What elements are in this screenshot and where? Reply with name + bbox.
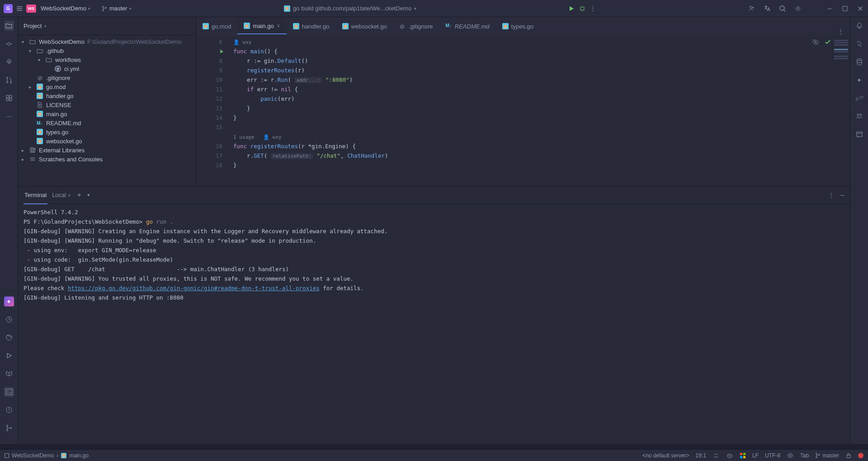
terminal-tool-icon[interactable]: [4, 387, 14, 397]
editor-tab[interactable]: 🐹main.go×: [237, 17, 286, 35]
svg-point-31: [728, 455, 729, 456]
swirl-icon[interactable]: [854, 39, 864, 49]
breadcrumb-file-icon: 🐹: [61, 453, 66, 458]
tree-row[interactable]: ▸Scratches and Consoles: [18, 155, 196, 164]
tree-row[interactable]: ▾WebSocketDemoF:\GolandProjects\WebSocke…: [18, 37, 196, 46]
tree-row[interactable]: 🐹types.go: [18, 127, 196, 136]
editor-tab[interactable]: 🐹websocket.go: [336, 17, 394, 35]
run-button[interactable]: [567, 5, 576, 13]
status-error-icon[interactable]: [858, 453, 863, 458]
profiler-tool-icon[interactable]: [4, 315, 14, 325]
status-branch[interactable]: master: [815, 452, 839, 459]
tree-row[interactable]: ▾workflows: [18, 55, 196, 64]
body-row: ⋯ ✦ Project▾ ▾WebSocketDemoF:\GolandProj…: [0, 17, 868, 444]
tree-row[interactable]: LICENSE: [18, 100, 196, 109]
terminal-options-icon[interactable]: ⋮: [828, 192, 834, 198]
terminal-body[interactable]: PowerShell 7.4.2PS F:\GolandProjects\Web…: [18, 204, 850, 444]
branch-icon: [101, 5, 108, 12]
tree-row[interactable]: ▾.github: [18, 46, 196, 55]
tree-row[interactable]: M↓README.md: [18, 118, 196, 127]
tree-row[interactable]: ▸External Libraries: [18, 146, 196, 155]
editor-tab[interactable]: 🐹handler.go: [287, 17, 336, 35]
settings-icon[interactable]: [794, 5, 802, 13]
chain-icon[interactable]: [854, 93, 864, 103]
svg-rect-14: [6, 99, 9, 101]
structure-tool-icon[interactable]: [4, 57, 14, 67]
inspection-ok-icon[interactable]: [824, 38, 831, 46]
vcs-tool-icon[interactable]: [4, 423, 14, 433]
status-caret-pos[interactable]: 19:1: [696, 452, 706, 459]
status-readonly-icon[interactable]: [787, 452, 794, 459]
main-menu-icon[interactable]: [15, 5, 24, 13]
inspection-eye-icon[interactable]: [811, 38, 820, 46]
todo-tool-icon[interactable]: [4, 369, 14, 379]
tree-row[interactable]: 🐹handler.go: [18, 91, 196, 100]
close-window-icon[interactable]: [856, 5, 864, 13]
people-icon[interactable]: [854, 111, 864, 121]
status-lock-icon[interactable]: [845, 452, 852, 459]
svg-point-6: [797, 7, 799, 9]
commit-tool-icon[interactable]: [4, 39, 14, 49]
status-windows-icon[interactable]: [740, 452, 746, 459]
minimize-window-icon[interactable]: ─: [826, 5, 834, 13]
run-tool-icon[interactable]: [4, 351, 14, 361]
app-icon: G: [4, 4, 13, 13]
project-panel-title[interactable]: Project▾: [24, 23, 47, 29]
maximize-window-icon[interactable]: [841, 5, 849, 13]
terminal-session-tab[interactable]: Local×: [52, 192, 71, 198]
tree-row[interactable]: 🐹main.go: [18, 109, 196, 118]
pullrequests-tool-icon[interactable]: [4, 75, 14, 85]
ai-assistant-icon[interactable]: ✦: [4, 296, 14, 306]
editor-tab[interactable]: M↓README.md: [439, 17, 496, 35]
project-selector[interactable]: WebSocketDemo▾: [39, 4, 92, 13]
project-panel-header: Project▾: [18, 17, 196, 35]
debug-button[interactable]: [578, 5, 586, 13]
services-tool-icon[interactable]: [4, 93, 14, 103]
editor-tab[interactable]: 🐹types.go: [496, 17, 540, 35]
editor-tab[interactable]: ⊘.gitignore: [393, 17, 439, 35]
code-with-me-icon[interactable]: [748, 5, 756, 13]
editor-tab[interactable]: 🐹go.mod: [196, 17, 237, 35]
breadcrumb-file[interactable]: main.go: [69, 452, 89, 459]
project-tool-icon[interactable]: [4, 21, 14, 31]
sparkle-icon[interactable]: ✦: [854, 75, 864, 85]
status-encoding[interactable]: UTF-8: [765, 452, 780, 459]
code-area[interactable]: 67▶89101112131415161718 👤 wxyfunc main()…: [196, 35, 850, 186]
breadcrumb-project[interactable]: WebSocketDemo: [12, 452, 54, 459]
status-line-ending[interactable]: LF: [752, 452, 759, 459]
branch-selector[interactable]: master▾: [99, 4, 133, 13]
http-icon[interactable]: [854, 129, 864, 139]
problems-tool-icon[interactable]: [4, 405, 14, 415]
status-copilot-icon[interactable]: [726, 452, 733, 459]
terminal-tab[interactable]: Terminal: [24, 190, 47, 200]
editor-tabs: 🐹go.mod🐹main.go×🐹handler.go🐹websocket.go…: [196, 17, 850, 35]
run-config-label[interactable]: go build github.com/palp1tate/We...cketD…: [293, 5, 411, 12]
search-icon[interactable]: [778, 5, 787, 13]
status-server[interactable]: <no default server>: [642, 452, 689, 459]
tree-row[interactable]: 🐹websocket.go: [18, 136, 196, 146]
svg-rect-15: [9, 99, 12, 101]
coverage-tool-icon[interactable]: [4, 333, 14, 343]
status-separator-icon[interactable]: [712, 452, 720, 459]
minimap[interactable]: [832, 35, 850, 186]
tree-row[interactable]: ⊘.gitignore: [18, 73, 196, 82]
translate-icon[interactable]: [763, 5, 771, 13]
notifications-icon[interactable]: [854, 21, 864, 31]
code-body[interactable]: 👤 wxyfunc main() { r := gin.Default() re…: [226, 35, 832, 186]
svg-rect-30: [727, 454, 732, 457]
tree-row[interactable]: ▸🐹go.mod: [18, 82, 196, 91]
more-tools-icon[interactable]: ⋯: [4, 111, 14, 121]
status-indent[interactable]: Tab: [800, 452, 809, 459]
right-tool-stripe: ✦: [850, 17, 868, 444]
close-tab-icon[interactable]: ×: [277, 22, 280, 29]
terminal-dropdown-icon[interactable]: ▾: [87, 192, 90, 198]
database-icon[interactable]: [854, 57, 864, 67]
tabs-options-icon[interactable]: ⋮: [836, 27, 844, 35]
project-tree[interactable]: ▾WebSocketDemoF:\GolandProjects\WebSocke…: [18, 35, 196, 186]
terminal-add-icon[interactable]: ＋: [75, 190, 83, 200]
more-actions-icon[interactable]: ⋮: [589, 5, 597, 13]
terminal-hide-icon[interactable]: ─: [840, 192, 844, 198]
svg-point-1: [102, 9, 104, 11]
tree-row[interactable]: ci.yml: [18, 64, 196, 73]
svg-rect-35: [740, 456, 742, 458]
